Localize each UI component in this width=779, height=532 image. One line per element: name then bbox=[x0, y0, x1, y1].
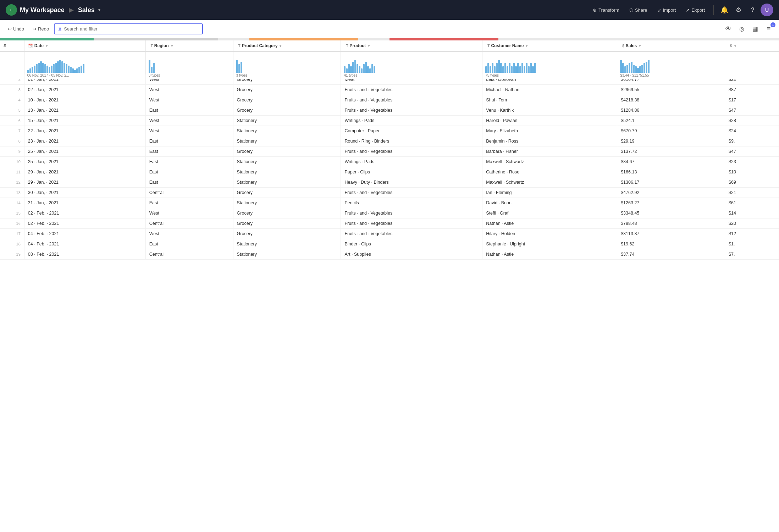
customer-chart-label: 75 types bbox=[485, 73, 614, 77]
table-row[interactable]: 12 29 · Jan, · 2021 East Stationery Heav… bbox=[0, 177, 779, 188]
transform-button[interactable]: ⊕ Transform bbox=[589, 5, 624, 15]
date-cell: 22 · Jan, · 2021 bbox=[24, 126, 145, 136]
extra-sort-icon[interactable]: ▾ bbox=[734, 44, 736, 48]
col-header-extra[interactable]: $ ▾ bbox=[725, 40, 779, 51]
product-cell: Heavy · Duty · Binders bbox=[341, 177, 482, 188]
product-col-label: Product bbox=[350, 43, 366, 48]
sales-cell: $524.1 bbox=[617, 116, 725, 126]
chart-extra-cell bbox=[725, 56, 779, 79]
sales-cell: $3348.45 bbox=[617, 208, 725, 218]
sheet-dropdown[interactable]: ▾ bbox=[98, 7, 100, 12]
sales-cell: $4762.92 bbox=[617, 188, 725, 198]
undo-button[interactable]: ↩ Undo bbox=[4, 24, 28, 33]
table-row[interactable]: 18 04 · Feb, · 2021 East Stationery Bind… bbox=[0, 239, 779, 249]
toolbar: ↩ Undo ↪ Redo ⧖ 👁 ◎ ▦ ≡ 1 bbox=[0, 20, 779, 38]
date-cell: 13 · Jan, · 2021 bbox=[24, 105, 145, 116]
export-icon: ↗ bbox=[686, 7, 690, 13]
table-header-row: # 📅 Date ▾ T Region ▾ bbox=[0, 40, 779, 51]
gear-button[interactable]: ⚙ bbox=[732, 4, 745, 16]
col-header-product[interactable]: T Product ▾ bbox=[341, 40, 482, 51]
extra-cell: $61 bbox=[725, 198, 779, 208]
customer-cell: Steffi · Graf bbox=[482, 208, 617, 218]
product-cell: Round · Ring · Binders bbox=[341, 136, 482, 146]
redo-button[interactable]: ↪ Redo bbox=[29, 24, 53, 33]
table-row[interactable]: 7 22 · Jan, · 2021 West Stationery Compu… bbox=[0, 126, 779, 136]
table-row[interactable]: 13 30 · Jan, · 2021 Central Grocery Frui… bbox=[0, 188, 779, 198]
import-button[interactable]: ↙ Import bbox=[653, 5, 680, 15]
workspace-label: My Workspace bbox=[20, 6, 65, 14]
table-row[interactable]: 9 25 · Jan, · 2021 East Grocery Fruits ·… bbox=[0, 146, 779, 157]
customer-sort-icon[interactable]: ▾ bbox=[526, 44, 527, 48]
row-num-cell: 7 bbox=[0, 126, 24, 136]
date-sort-icon[interactable]: ▾ bbox=[46, 44, 48, 48]
col-header-sales[interactable]: $ Sales ▾ bbox=[617, 40, 725, 51]
col-header-customer[interactable]: T Customer Name ▾ bbox=[482, 40, 617, 51]
date-mini-chart bbox=[27, 58, 143, 73]
search-box[interactable]: ⧖ bbox=[54, 23, 203, 34]
row-num-cell: 9 bbox=[0, 146, 24, 157]
region-type-badge: T bbox=[151, 44, 153, 48]
product-sort-icon[interactable]: ▾ bbox=[368, 44, 370, 48]
product-cat-cell: Grocery bbox=[233, 229, 341, 239]
product-cat-cell: Stationery bbox=[233, 116, 341, 126]
undo-icon: ↩ bbox=[8, 26, 12, 32]
avatar[interactable]: U bbox=[761, 4, 773, 16]
table-row[interactable]: 3 02 · Jan, · 2021 West Grocery Fruits ·… bbox=[0, 85, 779, 95]
table-row[interactable]: 16 02 · Feb, · 2021 Central Grocery Frui… bbox=[0, 218, 779, 229]
table-row[interactable]: 15 02 · Feb, · 2021 West Grocery Fruits … bbox=[0, 208, 779, 218]
product-cat-col-label: Product Category bbox=[242, 43, 278, 48]
table-row[interactable]: 6 15 · Jan, · 2021 West Stationery Writi… bbox=[0, 116, 779, 126]
chart-view-button[interactable]: ▦ bbox=[749, 23, 761, 35]
redo-label: Redo bbox=[38, 26, 49, 32]
col-header-date[interactable]: 📅 Date ▾ bbox=[24, 40, 145, 51]
chart-rownum-cell bbox=[0, 56, 24, 79]
region-cell: East bbox=[145, 198, 233, 208]
region-cell: West bbox=[145, 85, 233, 95]
date-cell: 30 · Jan, · 2021 bbox=[24, 188, 145, 198]
region-sort-icon[interactable]: ▾ bbox=[171, 44, 173, 48]
product-cat-sort-icon[interactable]: ▾ bbox=[280, 44, 281, 48]
eye-icon: 👁 bbox=[725, 26, 731, 33]
extra-cell: $87 bbox=[725, 85, 779, 95]
region-cell: West bbox=[145, 126, 233, 136]
table-row[interactable]: 17 04 · Feb, · 2021 West Grocery Fruits … bbox=[0, 229, 779, 239]
share-button[interactable]: ⬡ Share bbox=[625, 5, 652, 15]
customer-mini-chart bbox=[485, 58, 614, 73]
extra-cell: $47 bbox=[725, 105, 779, 116]
extra-cell: $47 bbox=[725, 146, 779, 157]
list-view-button[interactable]: ≡ 1 bbox=[763, 23, 775, 35]
transform-label: Transform bbox=[598, 7, 619, 13]
table-row[interactable]: 8 23 · Jan, · 2021 East Stationery Round… bbox=[0, 136, 779, 146]
chart-customer-cell: 75 types bbox=[482, 56, 617, 79]
back-button[interactable]: ← bbox=[6, 4, 17, 16]
table-row[interactable]: 10 25 · Jan, · 2021 East Stationery Writ… bbox=[0, 157, 779, 167]
product-cell: Art · Supplies bbox=[341, 249, 482, 260]
date-cell: 31 · Jan, · 2021 bbox=[24, 198, 145, 208]
region-mini-chart bbox=[149, 58, 230, 73]
col-header-region[interactable]: T Region ▾ bbox=[145, 40, 233, 51]
sales-sort-icon[interactable]: ▾ bbox=[639, 44, 641, 48]
target-button[interactable]: ◎ bbox=[736, 23, 748, 35]
date-cell: 10 · Jan, · 2021 bbox=[24, 95, 145, 105]
data-table-container[interactable]: # 📅 Date ▾ T Region ▾ bbox=[0, 40, 779, 532]
table-row[interactable]: 11 29 · Jan, · 2021 East Stationery Pape… bbox=[0, 167, 779, 177]
search-input[interactable] bbox=[64, 26, 199, 32]
row-num-cell: 5 bbox=[0, 105, 24, 116]
data-table: # 📅 Date ▾ T Region ▾ bbox=[0, 40, 779, 260]
sales-cell: $1263.27 bbox=[617, 198, 725, 208]
table-row[interactable]: 4 10 · Jan, · 2021 West Grocery Fruits ·… bbox=[0, 95, 779, 105]
table-row[interactable]: 14 31 · Jan, · 2021 East Stationery Penc… bbox=[0, 198, 779, 208]
help-button[interactable]: ? bbox=[746, 4, 759, 16]
extra-cell: $9. bbox=[725, 136, 779, 146]
eye-button[interactable]: 👁 bbox=[722, 23, 734, 35]
table-row[interactable]: 19 08 · Feb, · 2021 Central Stationery A… bbox=[0, 249, 779, 260]
bell-icon: 🔔 bbox=[720, 6, 728, 14]
region-cell: West bbox=[145, 116, 233, 126]
product-cat-mini-chart bbox=[236, 58, 338, 73]
product-cat-cell: Grocery bbox=[233, 208, 341, 218]
table-row[interactable]: 5 13 · Jan, · 2021 East Grocery Fruits ·… bbox=[0, 105, 779, 116]
bell-button[interactable]: 🔔 bbox=[718, 4, 731, 16]
product-chart-label: 41 types bbox=[344, 73, 479, 77]
export-button[interactable]: ↗ Export bbox=[681, 5, 709, 15]
col-header-product-category[interactable]: T Product Category ▾ bbox=[233, 40, 341, 51]
